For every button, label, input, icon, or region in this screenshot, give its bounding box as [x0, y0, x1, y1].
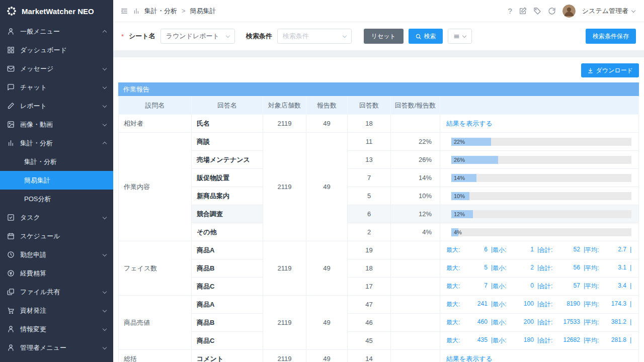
refresh-icon[interactable]: [548, 7, 556, 15]
table-header-row: 設問名 回答名 対象店舗数 報告数 回答数 回答数/報告数: [119, 97, 639, 115]
count-cell: 6: [348, 205, 391, 223]
search-condition-select[interactable]: 検索条件: [277, 29, 352, 44]
chevron-down-icon: [103, 66, 107, 70]
chat-bubble-icon: [7, 83, 15, 91]
answer-cell: 競合調査: [192, 205, 263, 223]
question-cell: 作業内容: [119, 133, 192, 241]
answer-cell: 商品B: [192, 259, 263, 278]
reports-cell: 49: [306, 350, 348, 362]
stats-summary: 最大:435| 最小:180| 合計:12682| 平均:281.8|: [446, 336, 631, 345]
result-cell: 14%: [440, 169, 639, 187]
ratio-cell: [391, 332, 440, 350]
result-cell: 最大:460| 最小:200| 合計:17533| 平均:381.2|: [440, 314, 639, 332]
ratio-cell: 12%: [391, 205, 440, 223]
yen-coin-icon: [7, 269, 15, 277]
table-row: 作業内容 商談 2119 49 11 22% 22%: [119, 133, 639, 151]
table-row: 総括 コメント 2119 49 14 結果を表示する: [119, 350, 639, 362]
sidebar-item-images-videos[interactable]: 画像・動画: [0, 115, 113, 134]
sidebar-item-schedule[interactable]: スケジュール: [0, 227, 113, 245]
show-results-link[interactable]: 結果を表示する: [446, 120, 493, 127]
sidebar-subitem-aggregation-analysis[interactable]: 集計・分析: [0, 152, 113, 171]
table-row: 売場メンテナンス 13 26% 26%: [119, 151, 639, 169]
count-cell: 45: [348, 332, 391, 350]
download-button[interactable]: ダウンロード: [581, 63, 639, 77]
help-icon[interactable]: ?: [508, 7, 512, 15]
table-row: 商品B 46 最大:460| 最小:200| 合計:17533| 平均:381.…: [119, 314, 639, 332]
sidebar-item-chat[interactable]: チャット: [0, 78, 113, 97]
result-cell: 22%: [440, 133, 639, 151]
result-cell: 結果を表示する: [440, 350, 639, 362]
sidebar-subitem-simple-aggregation[interactable]: 簡易集計: [0, 171, 113, 190]
count-cell: 5: [348, 187, 391, 205]
table-row: 新商品案内 5 10% 10%: [119, 187, 639, 205]
chevron-down-icon: [103, 308, 107, 312]
stats-summary: 最大:460| 最小:200| 合計:17533| 平均:381.2|: [446, 318, 631, 327]
report-section-banner: 作業報告: [118, 82, 639, 96]
edit-note-icon[interactable]: [519, 7, 527, 15]
ratio-cell: 14%: [391, 169, 440, 187]
table-row: 商品C 17 最大:7| 最小:0| 合計:57| 平均:3.4|: [119, 278, 639, 296]
stores-cell: 2119: [263, 241, 306, 296]
sidebar-item-report[interactable]: レポート: [0, 97, 113, 115]
answer-cell: 商品C: [192, 332, 263, 350]
chevron-down-icon: [342, 34, 346, 38]
count-cell: 47: [348, 296, 391, 314]
ratio-bar: 12%: [451, 210, 631, 218]
sidebar-item-dashboard[interactable]: ダッシュボード: [0, 41, 113, 59]
sheet-name-label: シート名: [129, 32, 155, 41]
ratio-cell: 4%: [391, 223, 440, 241]
more-options-button[interactable]: [448, 29, 472, 44]
download-row: ダウンロード: [118, 63, 639, 77]
sidebar-item-attendance[interactable]: 勤怠申請: [0, 245, 113, 264]
chevron-down-icon: [103, 252, 107, 256]
stats-summary: 最大:241| 最小:100| 合計:8190| 平均:174.3|: [446, 300, 631, 309]
answer-cell: 商品A: [192, 241, 263, 259]
ratio-bar: 22%: [451, 138, 631, 146]
logo-flower-icon: [6, 6, 17, 17]
avatar[interactable]: [562, 5, 576, 18]
chevron-down-icon: [462, 34, 466, 38]
result-cell: 最大:5| 最小:2| 合計:56| 平均:3.1|: [440, 259, 639, 278]
result-cell: 結果を表示する: [440, 115, 639, 133]
answer-cell: 商品A: [192, 296, 263, 314]
table-row-highlighted: 競合調査 6 12% 12%: [119, 205, 639, 223]
required-mark: *: [121, 33, 124, 40]
user-name: システム管理者: [582, 7, 628, 16]
user-menu[interactable]: システム管理者: [582, 7, 635, 16]
user-area: ? システム管理者: [508, 5, 635, 18]
sidebar-item-info-change[interactable]: 情報変更: [0, 320, 113, 338]
table-row: フェイス数 商品A 2119 49 19 最大:6| 最小:1| 合計:52| …: [119, 241, 639, 259]
breadcrumb-parent[interactable]: 集計・分析: [144, 7, 177, 16]
header-stores: 対象店舗数: [263, 97, 306, 115]
show-results-link[interactable]: 結果を表示する: [446, 355, 493, 362]
sidebar-item-expenses[interactable]: 経費精算: [0, 264, 113, 283]
check-square-icon: [7, 214, 15, 221]
count-cell: 18: [348, 259, 391, 278]
clock-icon: [7, 251, 15, 258]
sidebar-subitem-pos-analysis[interactable]: POS分析: [0, 190, 113, 208]
sidebar-item-aggregation[interactable]: 集計・分析: [0, 134, 113, 152]
table-row: 販促物設置 7 14% 14%: [119, 169, 639, 187]
sidebar-item-file-sharing[interactable]: ファイル共有: [0, 283, 113, 301]
sidebar-item-general-menu[interactable]: 一般メニュー: [0, 22, 113, 41]
chevron-down-icon: [103, 84, 107, 88]
tag-icon[interactable]: [533, 7, 541, 15]
sidebar-item-admin-menu[interactable]: 管理者メニュー: [0, 338, 113, 357]
sheet-name-select[interactable]: ラウンドレポート: [160, 29, 235, 44]
question-cell: 相対者: [119, 115, 192, 133]
count-cell: 13: [348, 151, 391, 169]
search-button[interactable]: 検索: [409, 29, 443, 44]
reset-button[interactable]: リセット: [364, 29, 404, 44]
sidebar-item-messages[interactable]: メッセージ: [0, 59, 113, 78]
sidebar-item-tasks[interactable]: タスク: [0, 208, 113, 227]
main-area: 集計・分析 > 簡易集計 ? システム管理者 * シート名 ラウンドレポー: [113, 0, 644, 362]
answer-cell: 販促物設置: [192, 169, 263, 187]
count-cell: 2: [348, 223, 391, 241]
ratio-cell: [391, 115, 440, 133]
save-search-conditions-button[interactable]: 検索条件保存: [586, 29, 636, 44]
sidebar-collapse-icon[interactable]: [120, 7, 128, 15]
stores-cell: 2119: [263, 350, 306, 362]
header-reports: 報告数: [306, 97, 348, 115]
sidebar-item-material-order[interactable]: 資材発注: [0, 301, 113, 320]
chevron-down-icon: [103, 103, 107, 107]
